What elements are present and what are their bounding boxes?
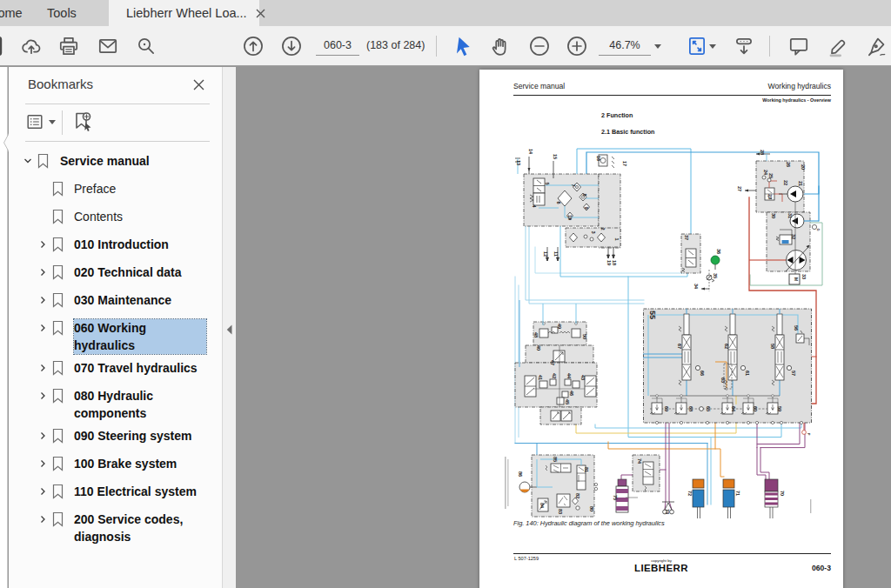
options-caret-icon[interactable] (49, 120, 56, 124)
page-number-input[interactable]: 060-3 (316, 37, 359, 56)
bookmark-icon (52, 181, 64, 197)
bookmark-item[interactable]: Service manual (9, 152, 222, 170)
diagram-label: 30 (771, 213, 776, 218)
diagram-label: 42 (552, 373, 557, 378)
chevron-right-icon[interactable] (37, 239, 48, 250)
bookmark-label: 030 Maintenance (74, 291, 206, 309)
fountain-pen-icon[interactable] (865, 35, 888, 57)
diagram-label: 72 (687, 491, 693, 496)
panel-divider (25, 104, 210, 104)
bookmark-item[interactable]: 060 Working hydraulics (9, 319, 222, 354)
scroll-page-icon[interactable] (733, 35, 755, 57)
pdf-page: Service manual Working hydraulics Workin… (479, 70, 843, 588)
zoom-caret-icon[interactable] (654, 44, 661, 49)
bookmark-item[interactable]: Preface (9, 180, 222, 197)
bookmark-item[interactable]: 100 Brake system (9, 455, 222, 472)
add-bookmark-icon[interactable] (72, 110, 94, 133)
diagram-label: 43 (580, 375, 586, 380)
chevron-down-icon[interactable] (23, 156, 33, 166)
chevron-right-icon[interactable] (37, 486, 48, 497)
diagram-label: 48 (533, 332, 539, 337)
envelope-icon[interactable] (97, 35, 119, 57)
cloud-upload-icon[interactable] (20, 35, 43, 57)
magnifier-icon[interactable] (135, 35, 157, 57)
bookmark-label: 090 Steering system (74, 427, 206, 444)
tab-document[interactable]: Liebherr Wheel Loa... (109, 0, 259, 26)
zoom-in-icon[interactable] (566, 35, 588, 57)
diagram-label: 8 (582, 193, 587, 196)
page-subheader: Working hydraulics - Overview (762, 97, 831, 103)
main-toolbar: 060-3 (183 of 284) 46.7% (0, 26, 891, 66)
printer-icon[interactable] (57, 35, 80, 57)
diagram-label: 35 (713, 273, 718, 278)
close-icon[interactable] (193, 79, 204, 90)
pressure-valve (766, 396, 778, 414)
chevron-right-icon[interactable] (37, 391, 48, 401)
diagram-label: 85 (553, 457, 558, 462)
chevron-right-icon[interactable] (37, 363, 48, 373)
fit-page-caret-icon[interactable] (709, 44, 716, 49)
bookmark-icon (52, 292, 64, 308)
document-area[interactable]: Service manual Working hydraulics Workin… (236, 67, 891, 588)
diagram-label: 64 (731, 406, 736, 412)
chevron-right-icon[interactable] (37, 295, 48, 305)
previous-view-icon[interactable] (242, 35, 265, 57)
diagram-label: 67 (677, 344, 682, 349)
diagram-label: 9 (584, 206, 589, 209)
tab-tools[interactable]: Tools (35, 0, 89, 26)
chevron-right-icon[interactable] (37, 323, 48, 333)
diagram-label: 12 (543, 251, 548, 257)
bookmark-item[interactable]: 200 Service codes, diagnosis (9, 511, 222, 545)
diagram-label: 37 (684, 235, 689, 240)
next-view-icon[interactable] (280, 35, 303, 57)
tab-bar: Home Tools Liebherr Wheel Loa... (0, 0, 891, 26)
bookmark-item[interactable]: 030 Maintenance (9, 291, 222, 309)
bookmark-item[interactable]: 070 Travel hydraulics (9, 359, 222, 377)
chevron-right-icon[interactable] (37, 267, 48, 277)
diagram-label: 56 (794, 325, 799, 331)
subsection-heading: 2.1 Basic function (601, 128, 655, 136)
bookmark-item[interactable]: 090 Steering system (9, 427, 222, 444)
pencil-icon[interactable] (827, 35, 849, 57)
diagram-label: 18 (612, 260, 617, 265)
bookmark-item[interactable]: 020 Technical data (9, 264, 222, 281)
panel-divider (25, 141, 210, 142)
speech-bubble-icon[interactable] (787, 35, 810, 57)
bookmark-icon (52, 456, 64, 471)
diagram-label: 21 (798, 181, 803, 186)
diagram-label: 55 (648, 311, 657, 319)
zoom-level-input[interactable]: 46.7% (599, 37, 651, 56)
list-options-icon[interactable] (25, 112, 44, 131)
bookmark-item[interactable]: 080 Hydraulic components (9, 387, 222, 422)
bookmark-label: 110 Electrical system (74, 483, 206, 500)
liebherr-logo: LIEBHERR (479, 563, 843, 573)
bookmark-item[interactable]: 010 Introduction (9, 236, 222, 253)
diagram-label: 15 (553, 154, 558, 159)
chevron-right-icon[interactable] (37, 514, 48, 525)
diagram-label: 1 (614, 237, 620, 240)
bookmark-item[interactable]: 110 Electrical system (9, 483, 222, 500)
chevron-right-icon[interactable] (37, 458, 48, 469)
clipped-tool-icon[interactable] (0, 35, 3, 57)
diagram-label: 61 (745, 371, 750, 376)
bookmark-item[interactable]: Contents (9, 208, 222, 225)
bookmark-label: 060 Working hydraulics (74, 319, 206, 354)
panel-divider (62, 110, 63, 135)
bookmark-icon (52, 360, 64, 376)
bookmark-label: Preface (74, 180, 206, 197)
fit-page-icon[interactable] (686, 35, 708, 57)
tab-home[interactable]: Home (0, 0, 35, 26)
cursor-arrow-icon[interactable] (452, 35, 475, 57)
diagram-label: 86 (518, 471, 523, 477)
diagram-label: G (816, 228, 821, 231)
bookmark-icon (52, 511, 64, 527)
hand-tool-icon[interactable] (489, 35, 512, 57)
zoom-out-icon[interactable] (528, 35, 551, 57)
close-icon[interactable] (256, 9, 265, 18)
chevron-right-icon[interactable] (37, 431, 48, 441)
bookmarks-panel-title: Bookmarks (28, 77, 93, 91)
diagram-label: 60 (753, 406, 758, 411)
collapse-arrow-icon[interactable] (226, 324, 232, 335)
panel-splitter[interactable] (222, 67, 236, 588)
diagram-label: 24 (763, 170, 768, 176)
